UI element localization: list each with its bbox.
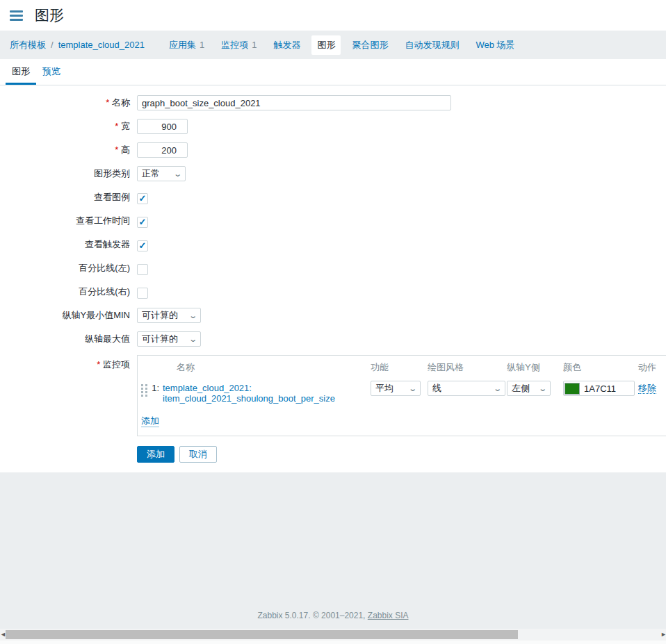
item-draw-style-select[interactable]: 线 ⌄ [428,381,505,396]
breadcrumb-template-link[interactable]: template_cloud_2021 [58,40,145,50]
form-row-show-working-time: 查看工作时间 ✓ [0,213,666,229]
form-row-name: 名称 [0,95,666,110]
percentile-left-checkbox[interactable]: ✓ [137,264,148,275]
y-axis-max-label: 纵轴最大值 [0,331,137,347]
name-label: 名称 [0,95,137,110]
nav-item-items[interactable]: 监控项1 [216,35,262,55]
form-row-graph-type: 图形类别 正常 ⌄ [0,166,666,181]
checkmark-icon: ✓ [139,194,147,203]
height-input[interactable] [137,142,188,158]
item-name: template_cloud_2021: item_cloud_2021_sho… [163,383,371,404]
item-add-link[interactable]: 添加 [141,415,159,427]
page-title: 图形 [35,6,64,25]
show-working-time-label: 查看工作时间 [0,213,137,229]
nav-item-screens[interactable]: 聚合图形 [346,35,393,55]
form-row-show-legend: 查看图例 ✓ [0,190,666,205]
checkmark-icon: ✓ [139,241,147,250]
height-label: 高 [0,142,137,158]
tab-preview[interactable]: 预览 [36,59,67,85]
hamburger-menu-icon[interactable] [10,10,23,21]
nav-item-triggers[interactable]: 触发器 [268,35,306,55]
color-swatch [565,383,580,395]
item-row: 1: template_cloud_2021: item_cloud_2021_… [141,378,666,408]
form-row-percentile-left: 百分比线(左) ✓ [0,261,666,276]
items-count: 1 [252,40,257,50]
form-row-percentile-right: 百分比线(右) ✓ [0,284,666,299]
scrollbar-thumb[interactable] [6,630,518,639]
zabbix-sia-link[interactable]: Zabbix SIA [368,611,409,620]
percentile-right-checkbox[interactable]: ✓ [137,288,148,299]
scroll-right-icon[interactable]: ► [660,631,666,638]
nav-item-graphs[interactable]: 图形 [311,35,341,55]
applications-count: 1 [200,40,204,50]
column-header-function: 功能 [371,361,428,374]
breadcrumb-all-templates-link[interactable]: 所有模板 [10,39,46,51]
percentile-left-label: 百分比线(左) [0,261,137,276]
items-add-row: 添加 [141,408,666,436]
horizontal-scrollbar[interactable]: ◄ ► [0,629,666,644]
y-axis-min-select[interactable]: 可计算的 ⌄ [137,308,201,323]
chevron-down-icon: ⌄ [538,385,547,392]
form-row-width: 宽 [0,119,666,134]
chevron-down-icon: ⌄ [408,385,417,392]
top-header: 图形 [0,0,666,31]
name-input[interactable] [137,95,451,110]
item-remove-link[interactable]: 移除 [638,383,656,394]
graph-form: 名称 宽 高 图形类别 正常 ⌄ 查看图例 ✓ [0,85,666,472]
column-header-action: 动作 [638,361,666,374]
column-header-y-side: 纵轴Y侧 [507,361,563,374]
item-y-side-select[interactable]: 左侧 ⌄ [507,381,551,396]
item-function-select[interactable]: 平均 ⌄ [371,381,421,396]
color-hex-value: 1A7C11 [584,383,616,394]
template-section-nav: 应用集1 监控项1 触发器 图形 聚合图形 自动发现规则 Web 场景 [163,35,526,55]
item-row-number: 1: [152,383,163,393]
show-working-time-checkbox[interactable]: ✓ [137,217,148,228]
graph-type-label: 图形类别 [0,166,137,181]
scroll-left-icon[interactable]: ◄ [0,631,6,638]
graph-type-select[interactable]: 正常 ⌄ [137,166,186,181]
percentile-right-label: 百分比线(右) [0,284,137,299]
show-triggers-label: 查看触发器 [0,237,137,252]
form-row-y-axis-min: 纵轴Y最小值MIN 可计算的 ⌄ [0,308,666,323]
y-axis-min-label: 纵轴Y最小值MIN [0,308,137,323]
form-buttons-row: 添加 取消 [0,446,666,463]
width-input[interactable] [137,119,188,134]
column-header-draw-style: 绘图风格 [428,361,507,374]
breadcrumb-separator: / [51,40,54,50]
cancel-button[interactable]: 取消 [179,446,217,463]
footer: Zabbix 5.0.17. © 2001–2021, Zabbix SIA [258,611,409,620]
y-axis-max-select[interactable]: 可计算的 ⌄ [137,331,201,347]
form-row-height: 高 [0,142,666,158]
tab-graph[interactable]: 图形 [6,59,36,85]
breadcrumb-nav-bar: 所有模板 / template_cloud_2021 应用集1 监控项1 触发器… [0,31,666,59]
show-legend-checkbox[interactable]: ✓ [137,193,148,204]
chevron-down-icon: ⌄ [188,312,197,319]
form-row-y-axis-max: 纵轴最大值 可计算的 ⌄ [0,331,666,347]
show-triggers-checkbox[interactable]: ✓ [137,240,148,251]
column-header-color: 颜色 [563,361,638,374]
nav-item-web-scenarios[interactable]: Web 场景 [470,35,520,55]
width-label: 宽 [0,119,137,134]
form-row-items: 监控项 名称 功能 绘图风格 纵轴Y侧 颜色 动作 [0,355,666,436]
checkmark-icon: ✓ [139,217,147,226]
items-label: 监控项 [0,355,137,370]
chevron-down-icon: ⌄ [173,170,182,177]
form-row-show-triggers: 查看触发器 ✓ [0,237,666,252]
scrollbar-track[interactable]: ◄ ► [0,629,666,641]
nav-item-applications[interactable]: 应用集1 [163,35,210,55]
items-table: 名称 功能 绘图风格 纵轴Y侧 颜色 动作 1: [137,355,666,436]
chevron-down-icon: ⌄ [493,385,502,392]
items-table-header: 名称 功能 绘图风格 纵轴Y侧 颜色 动作 [141,356,666,378]
item-color-picker[interactable]: 1A7C11 [563,381,635,396]
drag-handle-icon[interactable] [141,384,147,398]
footer-version-text: Zabbix 5.0.17. © 2001–2021, [258,611,368,620]
page-background: Zabbix 5.0.17. © 2001–2021, Zabbix SIA [0,472,666,629]
column-header-name: 名称 [163,361,371,374]
nav-item-discovery-rules[interactable]: 自动发现规则 [399,35,464,55]
show-legend-label: 查看图例 [0,190,137,205]
chevron-down-icon: ⌄ [188,336,197,342]
item-name-link[interactable]: template_cloud_2021: item_cloud_2021_sho… [163,383,362,404]
tab-bar: 图形 预览 [0,59,666,85]
add-button[interactable]: 添加 [137,446,174,463]
